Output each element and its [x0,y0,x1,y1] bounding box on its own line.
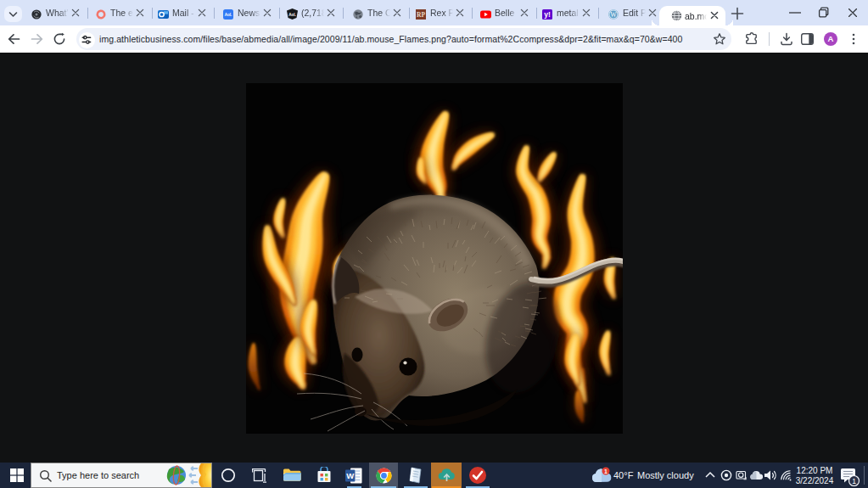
svg-text:RP: RP [417,11,425,19]
svg-text:1: 1 [852,477,856,485]
svg-text:W: W [610,11,617,19]
svg-text:1: 1 [604,468,608,474]
svg-text:Aol.: Aol. [288,13,296,17]
svg-text:y!: y! [544,10,551,19]
svg-text:W: W [346,471,354,480]
svg-text:Aol.: Aol. [225,13,232,17]
